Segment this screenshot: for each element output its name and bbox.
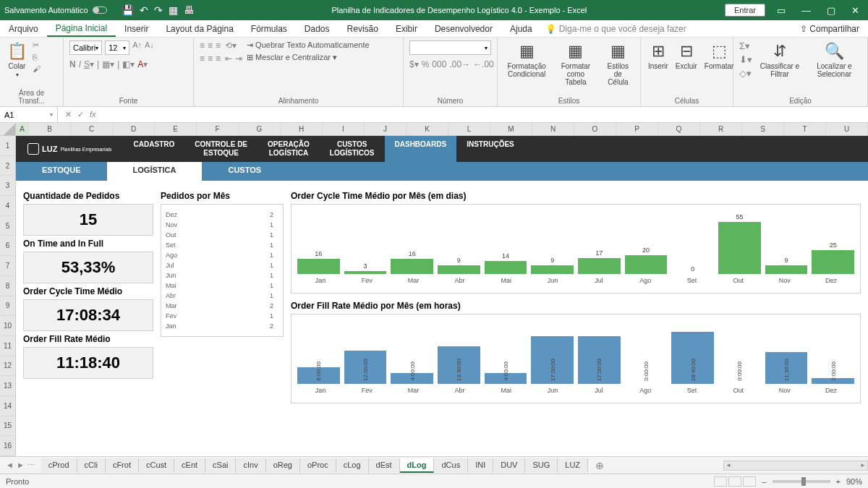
decrease-font-icon[interactable]: A↓ xyxy=(145,40,154,55)
col-N[interactable]: N xyxy=(532,123,574,135)
cell-styles-button[interactable]: ▦Estilos de Célula xyxy=(602,40,634,87)
col-U[interactable]: U xyxy=(826,123,868,135)
col-M[interactable]: M xyxy=(490,123,532,135)
sheet-tab-dCus[interactable]: dCus xyxy=(434,458,468,473)
row-7[interactable]: 7 xyxy=(0,256,15,276)
wrap-text-button[interactable]: ⇥ Quebrar Texto Automaticamente xyxy=(247,40,370,50)
signin-button[interactable]: Entrar xyxy=(725,4,765,17)
add-sheet-button[interactable]: ⊕ xyxy=(588,460,611,471)
redo-icon[interactable]: ↷ xyxy=(154,4,163,16)
font-color-icon[interactable]: A▾ xyxy=(137,59,148,69)
autosum-icon[interactable]: Σ▾ xyxy=(739,40,752,51)
enter-formula-icon[interactable]: ✓ xyxy=(77,110,84,119)
comma-icon[interactable]: 000 xyxy=(432,59,446,69)
formula-input[interactable] xyxy=(103,107,868,122)
align-mid-icon[interactable]: ≡ xyxy=(208,40,213,51)
menu-inserir[interactable]: Inserir xyxy=(116,20,157,37)
indent-dec-icon[interactable]: ⇤ xyxy=(225,53,232,64)
sheet-nav-prev-icon[interactable]: ◄ xyxy=(6,461,14,470)
col-H[interactable]: H xyxy=(281,123,323,135)
dnav-tab[interactable]: INSTRUÇÕES xyxy=(456,136,524,162)
sheet-nav-next-icon[interactable]: ► xyxy=(17,461,25,470)
view-break-icon[interactable] xyxy=(743,476,756,487)
tell-me-search[interactable]: 💡Diga-me o que você deseja fazer xyxy=(545,24,686,34)
menu-desenvolvedor[interactable]: Desenvolvedor xyxy=(426,20,501,37)
zoom-slider[interactable] xyxy=(773,480,830,483)
find-select-button[interactable]: 🔍Localizar e Selecionar xyxy=(807,40,861,80)
align-top-icon[interactable]: ≡ xyxy=(200,40,205,51)
ribbon-options-icon[interactable]: ▭ xyxy=(773,5,790,16)
sheet-tab-DUV[interactable]: DUV xyxy=(493,458,525,473)
cut-icon[interactable]: ✂ xyxy=(33,40,41,50)
row-1[interactable]: 1 xyxy=(0,136,15,156)
col-K[interactable]: K xyxy=(407,123,448,135)
qat-icon[interactable]: ▦ xyxy=(169,4,178,16)
subnav-logistica[interactable]: LOGÍSTICA xyxy=(107,162,203,181)
orientation-icon[interactable]: ⟲▾ xyxy=(225,40,237,51)
qat-icon2[interactable]: 🖶 xyxy=(184,4,194,16)
sheet-tab-cSai[interactable]: cSai xyxy=(205,458,236,473)
sheet-tab-dLog[interactable]: dLog xyxy=(400,458,435,473)
menu-pagina-inicial[interactable]: Página Inicial xyxy=(47,20,116,37)
fx-icon[interactable]: fx xyxy=(90,110,96,119)
minimize-icon[interactable]: — xyxy=(797,5,815,16)
close-icon[interactable]: ✕ xyxy=(847,5,864,16)
view-layout-icon[interactable] xyxy=(728,476,741,487)
sheet-tab-cLog[interactable]: cLog xyxy=(336,458,369,473)
col-R[interactable]: R xyxy=(700,123,742,135)
sheet-tab-oReg[interactable]: oReg xyxy=(266,458,300,473)
autosave-toggle[interactable]: Salvamento Automático xyxy=(4,6,107,14)
row-2[interactable]: 2 xyxy=(0,156,15,176)
indent-inc-icon[interactable]: ⇥ xyxy=(235,53,242,64)
col-J[interactable]: J xyxy=(365,123,407,135)
zoom-out-icon[interactable]: – xyxy=(762,477,766,486)
col-F[interactable]: F xyxy=(197,123,239,135)
col-P[interactable]: P xyxy=(616,123,658,135)
underline-icon[interactable]: S▾ xyxy=(84,59,94,69)
sheet-tab-SUG[interactable]: SUG xyxy=(525,458,558,473)
align-center-icon[interactable]: ≡ xyxy=(208,53,213,64)
dnav-tab[interactable]: CADASTRO xyxy=(124,136,185,162)
number-format-select[interactable]: ▾ xyxy=(409,40,491,55)
align-left-icon[interactable]: ≡ xyxy=(200,53,205,64)
view-normal-icon[interactable] xyxy=(714,476,727,487)
font-name-select[interactable]: Calibri▾ xyxy=(69,40,102,55)
delete-cell-button[interactable]: ⊟Excluir xyxy=(674,40,699,72)
col-Q[interactable]: Q xyxy=(658,123,700,135)
worksheet-content[interactable]: LUZPlanilhas Empresariais CADASTROCONTRO… xyxy=(16,136,868,456)
col-L[interactable]: L xyxy=(448,123,490,135)
format-table-button[interactable]: ▦Formatar como Tabela xyxy=(554,40,597,87)
col-T[interactable]: T xyxy=(784,123,826,135)
fill-color-icon[interactable]: ◧▾ xyxy=(122,59,135,69)
clear-icon[interactable]: ◇▾ xyxy=(739,68,752,79)
col-I[interactable]: I xyxy=(323,123,365,135)
sort-filter-button[interactable]: ⇵Classificar e Filtrar xyxy=(757,40,803,80)
row-15[interactable]: 15 xyxy=(0,416,15,437)
row-13[interactable]: 13 xyxy=(0,376,15,396)
col-A[interactable]: A xyxy=(16,123,29,135)
sheet-tab-cProd[interactable]: cProd xyxy=(41,458,77,473)
cancel-formula-icon[interactable]: ✕ xyxy=(65,110,72,119)
col-O[interactable]: O xyxy=(574,123,616,135)
sheet-tab-cCust[interactable]: cCust xyxy=(139,458,174,473)
sheet-tab-cCli[interactable]: cCli xyxy=(77,458,106,473)
menu-dados[interactable]: Dados xyxy=(296,20,339,37)
cond-format-button[interactable]: ▦Formatação Condicional xyxy=(503,40,550,80)
subnav-estoque[interactable]: ESTOQUE xyxy=(16,162,107,181)
subnav-custos[interactable]: CUSTOS xyxy=(202,162,287,181)
row-12[interactable]: 12 xyxy=(0,356,15,377)
bold-icon[interactable]: N xyxy=(69,59,76,69)
fill-icon[interactable]: ⬇▾ xyxy=(739,54,752,65)
col-D[interactable]: D xyxy=(113,123,155,135)
row-11[interactable]: 11 xyxy=(0,336,15,356)
sheet-tab-dEst[interactable]: dEst xyxy=(369,458,400,473)
col-C[interactable]: C xyxy=(71,123,113,135)
save-icon[interactable]: 💾 xyxy=(122,4,134,16)
menu-ajuda[interactable]: Ajuda xyxy=(501,20,541,37)
menu-arquivo[interactable]: Arquivo xyxy=(0,20,47,37)
share-button[interactable]: ⇪Compartilhar xyxy=(800,24,868,34)
merge-center-button[interactable]: ⊞ Mesclar e Centralizar ▾ xyxy=(247,53,370,62)
select-all-cell[interactable] xyxy=(0,123,16,135)
menu-exibir[interactable]: Exibir xyxy=(387,20,426,37)
dec-decimal-icon[interactable]: ←.00 xyxy=(473,59,494,69)
